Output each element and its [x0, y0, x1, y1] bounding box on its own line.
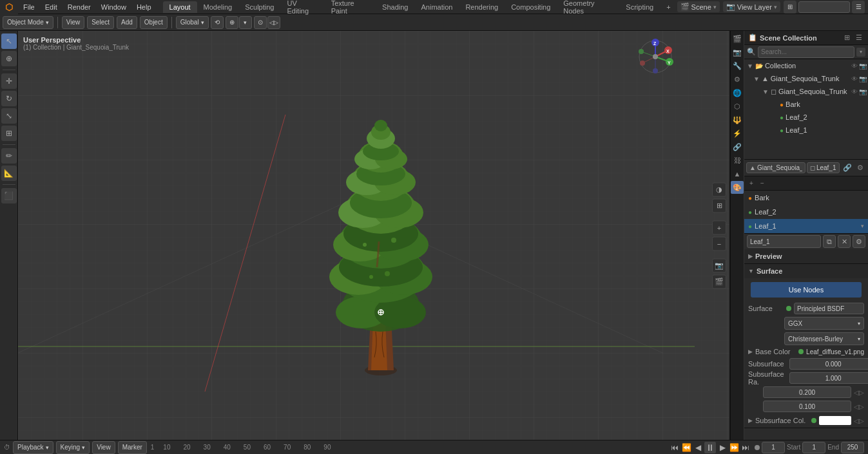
object-menu-btn[interactable]: Object [140, 16, 168, 29]
material-settings-btn[interactable]: ⚙ [854, 162, 866, 174]
outliner-search-input[interactable] [758, 46, 854, 58]
add-menu-btn[interactable]: Add [117, 16, 137, 29]
tree-item-leaf2[interactable]: ● Leaf_2 [744, 111, 868, 124]
material-slot-btn[interactable]: ◻ Leaf_1 [807, 162, 840, 173]
subsurface-input[interactable] [789, 358, 868, 370]
giant-render-icon[interactable]: 📷 [859, 75, 867, 82]
mat-settings-btn[interactable]: ⚙ [853, 235, 865, 248]
viewport-zoom-out-btn[interactable]: − [712, 236, 726, 251]
outliner-tree[interactable]: ▼ 📂 Collection 👁 📷 ▼ ▲ Gia [744, 59, 868, 159]
tab-rendering[interactable]: Rendering [459, 1, 505, 13]
view-layer-selector[interactable]: 📷 View Layer ▾ [723, 1, 780, 12]
tree-item-giant-mesh[interactable]: ▼ ◻ Giant_Sequoia_Trunk 👁 📷 [744, 85, 868, 98]
tab-compositing[interactable]: Compositing [505, 1, 557, 13]
current-frame-input[interactable] [762, 442, 785, 453]
transform-extra-btn[interactable]: ◁▷ [267, 16, 280, 29]
tree-item-collection[interactable]: ▼ 📂 Collection 👁 📷 [744, 59, 868, 72]
search-filter-btn[interactable]: ▾ [856, 48, 865, 57]
subsurface-ra-input-1[interactable] [789, 372, 868, 384]
outliner-settings-btn[interactable]: ☰ [854, 33, 864, 43]
collection-render-icon[interactable]: 📷 [859, 62, 867, 70]
props-icon-material[interactable]: 🎨 [731, 181, 744, 194]
viewport-gizmo[interactable]: X Y Z [636, 37, 675, 76]
props-icon-world[interactable]: 🌐 [731, 86, 744, 99]
tab-geometry-nodes[interactable]: Geometry Nodes [557, 0, 619, 17]
scale-tool[interactable]: ⤡ [1, 108, 17, 124]
material-object-btn[interactable]: ▲ Giant_Sequoia_Tr... [746, 162, 805, 173]
subsurface-ra-input-3[interactable] [763, 401, 851, 412]
tab-sculpting[interactable]: Sculpting [238, 1, 280, 13]
material-leaf2-item[interactable]: ● Leaf_2 [744, 205, 868, 219]
timeline-view-btn[interactable]: View [92, 441, 115, 454]
view-menu-btn[interactable]: View [62, 16, 85, 29]
tab-animation[interactable]: Animation [414, 1, 459, 13]
step-back-btn[interactable]: ⏪ [681, 442, 691, 453]
tab-scripting[interactable]: Scripting [619, 1, 660, 13]
surface-header[interactable]: ▼ Surface [744, 264, 868, 278]
props-icon-render[interactable]: 🎬 [731, 32, 744, 45]
play-back-btn[interactable]: ◀ [693, 442, 703, 453]
preview-header[interactable]: ▶ Preview [744, 249, 868, 263]
menu-edit[interactable]: Edit [40, 1, 63, 13]
tree-item-leaf1[interactable]: ● Leaf_1 [744, 124, 868, 137]
step-fwd-btn[interactable]: ⏩ [729, 442, 739, 453]
giant-vis-icon[interactable]: 👁 [851, 75, 858, 82]
mat-copy-btn[interactable]: ⧉ [823, 235, 836, 248]
viewport-render-btn[interactable]: 🎬 [712, 274, 726, 288]
material-name-btn[interactable]: Leaf_1 [747, 235, 821, 248]
mesh-vis-icon[interactable]: 👁 [851, 88, 858, 95]
tree-item-bark[interactable]: ● Bark [744, 98, 868, 111]
material-leaf1-item[interactable]: ● Leaf_1 ▾ [744, 219, 868, 233]
mat-clear-btn[interactable]: ✕ [838, 235, 851, 248]
top-options-btn[interactable]: ☰ [852, 1, 865, 14]
end-frame-input[interactable] [841, 442, 864, 453]
viewport-overlay-btn[interactable]: ⊞ [712, 198, 726, 213]
add-cube-tool[interactable]: ⬛ [1, 188, 17, 203]
select-tool[interactable]: ↖ [1, 33, 17, 49]
use-nodes-btn[interactable]: Use Nodes [751, 282, 862, 298]
christensen-btn[interactable]: Christensen-Burley ▾ [784, 332, 864, 345]
jump-end-btn[interactable]: ⏭ [740, 442, 751, 453]
tree-item-giant-sequoia[interactable]: ▼ ▲ Giant_Sequoia_Trunk 👁 📷 [744, 72, 868, 85]
props-icon-constraints[interactable]: ⛓ [731, 154, 744, 167]
menu-window[interactable]: Window [96, 1, 131, 13]
material-bark-item[interactable]: ● Bark [744, 191, 868, 205]
surface-type-value[interactable]: Principled BSDF [794, 303, 864, 314]
tab-layout[interactable]: Layout [163, 1, 197, 13]
tab-uv-editing[interactable]: UV Editing [280, 0, 324, 17]
play-fwd-btn[interactable]: ▶ [717, 442, 728, 453]
tab-shading[interactable]: Shading [376, 1, 414, 13]
rotate-tool[interactable]: ↻ [1, 91, 17, 106]
collection-vis-icon[interactable]: 👁 [851, 62, 858, 70]
subsurface-color-swatch[interactable] [819, 416, 851, 425]
menu-render[interactable]: Render [63, 1, 96, 13]
measure-tool[interactable]: 📐 [1, 166, 17, 181]
playback-btn[interactable]: Playback ▾ [13, 441, 53, 454]
transform-tool[interactable]: ⊞ [1, 126, 17, 141]
viewport-zoom-in-btn[interactable]: + [712, 220, 726, 234]
viewport-3d[interactable]: User Perspective (1) Collection | Giant_… [18, 31, 729, 440]
move-tool[interactable]: ✛ [1, 73, 17, 89]
material-link-btn[interactable]: 🔗 [842, 162, 853, 174]
mat-add-btn[interactable]: + [747, 179, 756, 188]
marker-btn[interactable]: Marker [118, 441, 147, 454]
filter-btn[interactable]: ⊞ [784, 1, 796, 14]
scene-selector[interactable]: 🎬 Scene ▾ [677, 1, 720, 12]
props-icon-object[interactable]: ⬡ [731, 100, 744, 113]
tab-add[interactable]: + [660, 1, 677, 13]
play-stop-btn[interactable]: ⏸ [704, 442, 716, 453]
keying-btn[interactable]: Keying ▾ [56, 441, 90, 454]
jump-start-btn[interactable]: ⏮ [670, 442, 680, 453]
subsurface-ra3-adjust-icon[interactable]: ◁▷ [854, 403, 864, 410]
outliner-filter-btn[interactable]: ⊞ [842, 33, 852, 43]
mesh-render-icon[interactable]: 📷 [859, 88, 867, 95]
props-icon-physics[interactable]: 🔗 [731, 140, 744, 153]
menu-file[interactable]: File [18, 1, 40, 13]
props-icon-view-layer[interactable]: 🔧 [731, 59, 744, 72]
props-icon-modifier[interactable]: 🔱 [731, 113, 744, 126]
select-menu-btn[interactable]: Select [87, 16, 114, 29]
menu-help[interactable]: Help [131, 1, 157, 13]
proportional-edit-btn[interactable]: ⊙ [254, 16, 267, 29]
tab-texture-paint[interactable]: Texture Paint [325, 0, 376, 17]
annotate-tool[interactable]: ✏ [1, 148, 17, 164]
